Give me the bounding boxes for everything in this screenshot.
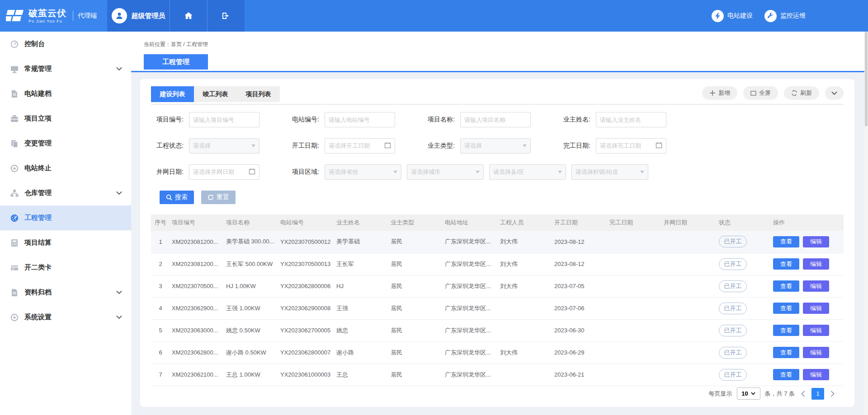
cell-owner: 王强 [335,297,389,319]
chevron-down-icon [116,67,122,71]
cell-project_name: 美学基础 300.00... [224,231,278,253]
view-button[interactable]: 查看 [773,303,799,314]
page-number-button[interactable]: 1 [811,388,824,400]
column-header: 电站编号 [278,214,335,231]
select-input[interactable]: 请选择村镇/街道 [571,164,648,180]
chevron-right-icon [830,391,835,397]
next-page-button[interactable] [829,391,836,397]
scrollbar-thumb[interactable] [865,32,868,126]
filter-row: 并网日期:请选择并网日期项目区域:请选择省份请选择城市请选择县/区请选择村镇/街… [151,164,844,180]
cell-project_no: XM2023081200... [170,253,224,275]
select-input[interactable]: 请选择城市 [407,164,484,180]
page-tab[interactable]: 工程管理 [144,54,208,70]
table-row-6: 6XM2023062800...谢小路 0.50KWYX202306280000… [151,341,844,364]
cell-project_no: XM2023062800... [170,341,224,364]
filter-label: 并网日期: [151,168,184,176]
add-button[interactable]: 新增 [702,86,737,100]
home-button[interactable] [170,0,207,32]
text-input[interactable] [325,112,395,127]
view-button[interactable]: 查看 [773,325,799,336]
sidebar-menu: 控制台常规管理电站建档项目立项变更管理电站终止仓库管理工程管理项目结算开二类卡资… [0,32,131,330]
user-menu[interactable]: 超级管理员 [107,0,170,32]
cell-owner: 姚忠 [335,319,389,341]
edit-button[interactable]: 编辑 [803,325,829,336]
sidebar-item-6[interactable]: 电站终止 [0,156,131,181]
cell-no: 6 [151,341,170,364]
sidebar-item-3[interactable]: 电站建档 [0,81,131,106]
cell-finish_date [608,231,662,253]
projects-table: 序号项目编号项目名称电站编号业主姓名业主类型电站地址工程人员开工日期完工日期并网… [151,214,844,386]
nav-monitor-ops[interactable]: 监控运维 [764,0,806,32]
edit-button[interactable]: 编辑 [803,258,829,270]
select-input[interactable]: 请选择县/区 [489,164,566,180]
sidebar-item-2[interactable]: 常规管理 [0,56,131,81]
cell-start_date: 2023-08-12 [552,253,608,275]
search-button[interactable]: 搜索 [160,191,194,204]
cell-no: 2 [151,253,170,275]
sidebar-item-4[interactable]: 项目立项 [0,106,131,131]
date-input[interactable]: 请选择并网日期 [189,164,259,180]
region-select: 请选择县/区 [489,164,566,180]
logout-button[interactable] [207,0,245,32]
view-button[interactable]: 查看 [773,236,799,247]
table-header-row: 序号项目编号项目名称电站编号业主姓名业主类型电站地址工程人员开工日期完工日期并网… [151,214,844,231]
fullscreen-button[interactable]: 全屏 [743,86,778,100]
reset-button[interactable]: 重置 [201,191,236,204]
cell-project_no: XM2023063000... [170,319,224,341]
cell-address: 广东深圳龙华区... [443,275,498,297]
sidebar-item-10[interactable]: 开二类卡 [0,255,131,280]
sidebar-item-7[interactable]: 仓库管理 [0,181,131,205]
page-size-select[interactable]: 10 [737,387,760,400]
sidebar-item-11[interactable]: 资料归档 [0,280,131,305]
cell-project_name: 王长军 500.00KW [224,253,278,275]
refresh-button[interactable]: 刷新 [784,86,819,100]
edit-button[interactable]: 编辑 [803,347,829,358]
edit-button[interactable]: 编辑 [803,236,829,247]
sidebar-item-12[interactable]: 系统设置 [0,305,131,330]
cell-project_no: XM2023070500... [170,275,224,297]
filter-field: 开工日期:请选择开工日期 [287,138,395,154]
reset-icon [208,194,214,201]
cell-station_no: YX2023062800007 [278,341,335,364]
filter-label: 项目名称: [422,116,455,124]
scrollbar[interactable] [864,32,868,415]
content-card: 建设列表竣工列表项目列表 新增 全屏 刷新 [140,79,854,407]
date-input[interactable]: 请选择完工日期 [596,138,666,154]
header-spacer [245,0,712,32]
edit-button[interactable]: 编辑 [803,280,829,292]
select-input[interactable]: 请选择省份 [325,164,401,180]
tab-3[interactable]: 项目列表 [237,86,280,102]
tab-1[interactable]: 建设列表 [151,86,194,102]
view-button[interactable]: 查看 [773,280,799,292]
select-input[interactable]: 请选择 [189,138,259,154]
cell-address: 广东深圳龙华区... [443,297,498,319]
sidebar-item-1[interactable]: 控制台 [0,32,131,56]
user-name: 超级管理员 [132,12,165,20]
brand-name: 破茧云伏 [28,9,66,18]
tab-2[interactable]: 竣工列表 [194,86,237,102]
text-input[interactable] [596,112,666,127]
view-button[interactable]: 查看 [773,258,799,270]
text-input[interactable] [460,112,531,127]
sidebar-item-8[interactable]: 工程管理 [0,205,131,230]
edit-button[interactable]: 编辑 [803,369,829,380]
breadcrumb-path[interactable]: 首页 / 工程管理 [171,41,208,47]
filter-field: 电站编号: [287,112,395,127]
prev-page-button[interactable] [799,391,807,397]
filter-field: 并网日期:请选择并网日期 [151,164,259,180]
edit-button[interactable]: 编辑 [803,303,829,314]
view-button[interactable]: 查看 [773,347,799,358]
nav-station-build[interactable]: 电站建设 [712,0,753,32]
filter-field: 项目名称: [422,112,531,127]
view-button[interactable]: 查看 [773,369,799,380]
select-input[interactable]: 请选择 [460,138,531,154]
date-input[interactable]: 请选择开工日期 [325,138,395,154]
reset-button-label: 重置 [217,193,229,201]
column-header: 完工日期 [608,214,662,231]
text-input[interactable] [189,112,259,127]
column-header: 工程人员 [498,214,552,231]
filter-label: 完工日期: [558,142,590,150]
sidebar-item-9[interactable]: 项目结算 [0,230,131,255]
collapse-button[interactable] [825,86,844,100]
sidebar-item-5[interactable]: 变更管理 [0,131,131,156]
